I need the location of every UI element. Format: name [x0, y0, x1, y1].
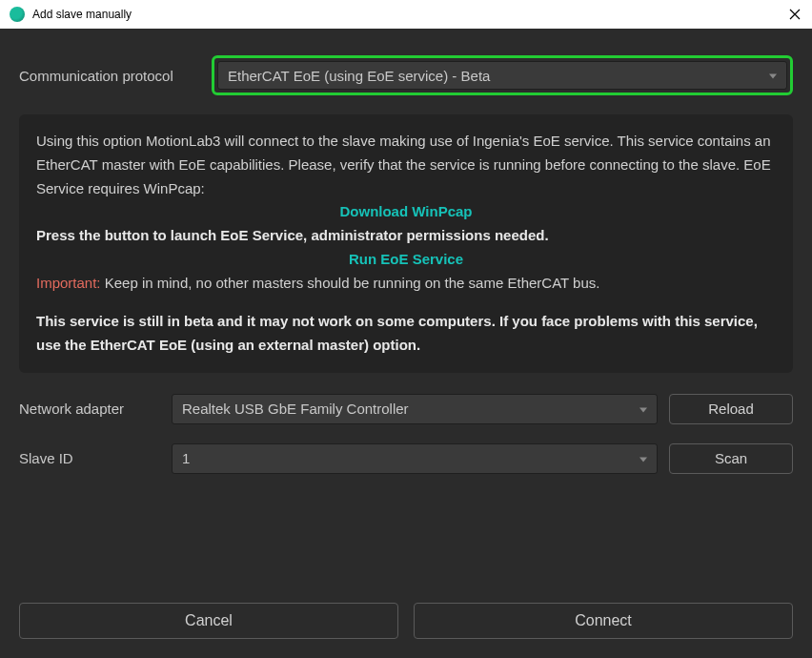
window-title: Add slave manually	[32, 8, 132, 21]
run-eoe-service-link[interactable]: Run EoE Service	[36, 248, 776, 272]
network-adapter-row: Network adapter Realtek USB GbE Family C…	[19, 394, 793, 424]
important-line: Important: Keep in mind, no other master…	[36, 272, 776, 296]
slave-id-row: Slave ID 1 Scan	[19, 443, 793, 474]
protocol-highlight: EtherCAT EoE (using EoE service) - Beta	[212, 55, 793, 95]
reload-button[interactable]: Reload	[669, 394, 793, 424]
connect-button[interactable]: Connect	[414, 603, 793, 639]
slave-id-value: 1	[182, 450, 190, 466]
dialog-body: Communication protocol EtherCAT EoE (usi…	[0, 29, 812, 658]
close-icon	[789, 9, 801, 20]
info-panel: Using this option MotionLab3 will connec…	[19, 114, 793, 373]
info-description: Using this option MotionLab3 will connec…	[36, 130, 776, 200]
protocol-value: EtherCAT EoE (using EoE service) - Beta	[228, 68, 490, 84]
form-section: Network adapter Realtek USB GbE Family C…	[19, 394, 793, 493]
press-button-text: Press the button to launch EoE Service, …	[36, 224, 776, 248]
titlebar: Add slave manually	[0, 0, 812, 29]
download-winpcap-link[interactable]: Download WinPcap	[36, 200, 776, 224]
reload-label: Reload	[708, 401, 754, 417]
slave-id-label: Slave ID	[19, 450, 160, 466]
important-label: Important:	[36, 275, 101, 291]
slave-id-select[interactable]: 1	[172, 443, 658, 474]
close-button[interactable]	[785, 5, 804, 24]
bottom-buttons: Cancel Connect	[19, 597, 793, 639]
scan-button[interactable]: Scan	[669, 443, 793, 474]
important-text: Keep in mind, no other masters should be…	[101, 275, 600, 291]
protocol-row: Communication protocol EtherCAT EoE (usi…	[19, 55, 793, 95]
connect-label: Connect	[575, 612, 632, 629]
protocol-select[interactable]: EtherCAT EoE (using EoE service) - Beta	[217, 61, 787, 90]
beta-note: This service is still in beta and it may…	[36, 310, 776, 358]
spacer	[19, 493, 793, 597]
cancel-button[interactable]: Cancel	[19, 603, 398, 639]
cancel-label: Cancel	[185, 612, 233, 629]
scan-label: Scan	[715, 450, 747, 466]
app-icon	[10, 7, 25, 22]
network-adapter-value: Realtek USB GbE Family Controller	[182, 401, 409, 417]
protocol-label: Communication protocol	[19, 68, 200, 84]
network-adapter-select[interactable]: Realtek USB GbE Family Controller	[172, 394, 658, 424]
network-adapter-label: Network adapter	[19, 401, 160, 417]
